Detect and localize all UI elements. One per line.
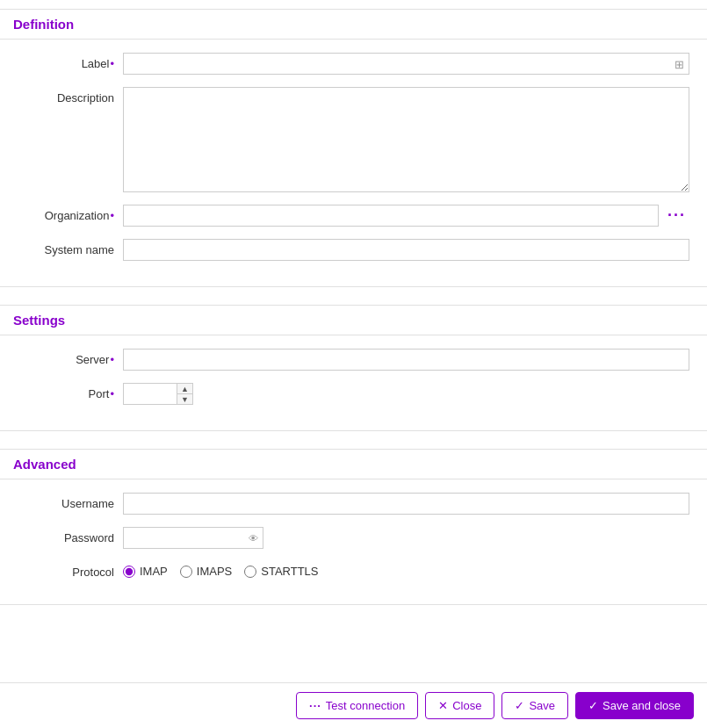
protocol-starttls-radio[interactable]: [244, 566, 256, 578]
label-input[interactable]: [123, 53, 689, 75]
settings-section: Settings Server• Port•: [0, 305, 707, 431]
save-and-close-label: Save and close: [602, 699, 681, 712]
organization-control-wrap: ···: [123, 205, 689, 227]
label-input-container: ⊞: [123, 53, 689, 75]
advanced-header: Advanced: [0, 449, 707, 479]
save-and-close-button[interactable]: ✓ Save and close: [575, 692, 694, 719]
port-field-label: Port•: [18, 383, 123, 400]
server-input[interactable]: [123, 349, 689, 371]
port-required-star: •: [110, 387, 114, 400]
save-check-icon: ✓: [515, 699, 524, 712]
system-name-input[interactable]: [123, 239, 689, 261]
save-button[interactable]: ✓ Save: [501, 692, 568, 719]
description-field-label: Description: [18, 87, 123, 105]
advanced-body: Username Password 👁: [0, 479, 707, 605]
close-label: Close: [452, 699, 481, 712]
protocol-imaps-item[interactable]: IMAPS: [180, 565, 232, 578]
test-connection-button[interactable]: ··· Test connection: [296, 692, 418, 719]
system-name-row: System name: [18, 239, 689, 261]
close-icon: ✕: [438, 699, 448, 712]
save-label: Save: [529, 699, 555, 712]
definition-body: Label• ⊞ Description: [0, 40, 707, 287]
password-control-wrap: 👁: [123, 527, 689, 549]
organization-input[interactable]: [123, 205, 659, 227]
label-row: Label• ⊞: [18, 53, 689, 75]
protocol-imap-item[interactable]: IMAP: [123, 565, 168, 578]
username-field-label: Username: [18, 493, 123, 510]
system-name-field-label: System name: [18, 239, 123, 256]
port-control-wrap: ▲ ▼: [123, 383, 689, 405]
settings-body: Server• Port• ▲ ▼: [0, 335, 707, 431]
protocol-imaps-label: IMAPS: [197, 565, 232, 578]
label-required-star: •: [110, 57, 114, 70]
server-row: Server•: [18, 349, 689, 371]
definition-header: Definition: [0, 9, 707, 40]
org-required-star: •: [110, 209, 114, 222]
protocol-imaps-radio[interactable]: [180, 566, 192, 578]
username-input[interactable]: [123, 493, 689, 515]
organization-dots-button[interactable]: ···: [664, 206, 689, 225]
password-input[interactable]: [123, 527, 263, 549]
password-field-label: Password: [18, 527, 123, 544]
label-control-wrap: ⊞: [123, 53, 689, 75]
protocol-starttls-label: STARTTLS: [261, 565, 318, 578]
system-name-control-wrap: [123, 239, 689, 261]
description-control-wrap: [123, 87, 689, 192]
port-input-container: ▲ ▼: [123, 383, 193, 405]
port-increment-button[interactable]: ▲: [177, 384, 192, 393]
label-field-label: Label•: [18, 53, 123, 70]
username-control-wrap: [123, 493, 689, 515]
protocol-field-label: Protocol: [18, 561, 123, 579]
organization-row: Organization• ···: [18, 205, 689, 227]
test-connection-label: Test connection: [326, 699, 405, 712]
organization-field-label: Organization•: [18, 205, 123, 222]
port-row: Port• ▲ ▼: [18, 383, 689, 405]
password-visibility-icon[interactable]: 👁: [249, 533, 258, 544]
protocol-row: Protocol IMAP IMAPS: [18, 561, 689, 579]
save-and-close-check-icon: ✓: [588, 699, 598, 712]
port-decrement-button[interactable]: ▼: [177, 394, 192, 404]
advanced-section: Advanced Username Password: [0, 449, 707, 605]
password-input-container: 👁: [123, 527, 263, 549]
protocol-imap-radio[interactable]: [123, 566, 135, 578]
settings-title: Settings: [13, 313, 65, 328]
protocol-control-wrap: IMAP IMAPS STARTTLS: [123, 561, 689, 578]
server-field-label: Server•: [18, 349, 123, 366]
definition-section: Definition Label• ⊞ Description: [0, 9, 707, 287]
test-connection-dots-icon: ···: [309, 699, 321, 712]
server-required-star: •: [110, 353, 114, 366]
settings-header: Settings: [0, 305, 707, 335]
page-container: Definition Label• ⊞ Description: [0, 0, 707, 693]
close-button[interactable]: ✕ Close: [425, 692, 494, 719]
protocol-radio-group: IMAP IMAPS STARTTLS: [123, 561, 319, 578]
description-textarea[interactable]: [123, 87, 689, 192]
port-spinners: ▲ ▼: [177, 384, 192, 404]
protocol-starttls-item[interactable]: STARTTLS: [244, 565, 318, 578]
username-row: Username: [18, 493, 689, 515]
advanced-title: Advanced: [13, 457, 76, 472]
server-control-wrap: [123, 349, 689, 371]
footer-bar: ··· Test connection ✕ Close ✓ Save ✓ Sav…: [0, 682, 707, 728]
definition-title: Definition: [13, 17, 74, 32]
password-row: Password 👁: [18, 527, 689, 549]
protocol-imap-label: IMAP: [140, 565, 168, 578]
label-format-icon[interactable]: ⊞: [675, 57, 684, 70]
description-row: Description: [18, 87, 689, 192]
